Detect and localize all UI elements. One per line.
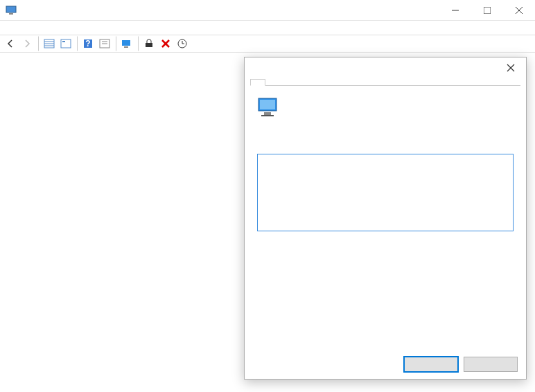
svg-rect-19 [146, 43, 152, 47]
separator [115, 36, 116, 51]
dialog-body [245, 86, 526, 243]
svg-rect-27 [264, 112, 271, 115]
menubar [0, 21, 535, 35]
svg-rect-17 [122, 40, 130, 46]
properties-dialog [244, 57, 527, 380]
enable-button[interactable] [141, 36, 157, 51]
separator [76, 36, 78, 51]
minimize-button[interactable] [439, 0, 471, 21]
dialog-close-button[interactable] [498, 58, 523, 78]
tab-details[interactable] [281, 79, 296, 86]
svg-rect-18 [124, 46, 128, 48]
scan-button[interactable] [119, 36, 134, 51]
svg-rect-1 [9, 13, 13, 15]
svg-rect-26 [260, 100, 275, 109]
svg-rect-0 [6, 6, 16, 12]
ok-button[interactable] [404, 357, 458, 372]
separator [37, 36, 39, 51]
app-icon [6, 5, 17, 16]
device-icon [257, 96, 279, 118]
svg-rect-11 [62, 41, 65, 42]
tab-resources[interactable] [311, 79, 326, 86]
toolbar: ? [0, 35, 535, 53]
tab-general[interactable] [250, 79, 265, 86]
close-button[interactable] [503, 0, 535, 21]
maximize-button[interactable] [471, 0, 503, 21]
cancel-button[interactable] [464, 357, 518, 372]
dialog-titlebar [245, 57, 526, 78]
help-button[interactable]: ? [80, 36, 96, 51]
svg-rect-3 [484, 7, 491, 14]
details-button[interactable] [97, 36, 112, 51]
tab-events[interactable] [296, 79, 311, 86]
svg-rect-10 [61, 39, 71, 48]
back-button[interactable] [3, 36, 18, 51]
show-hidden-button[interactable] [42, 36, 57, 51]
titlebar [0, 0, 535, 21]
tab-driver[interactable] [265, 79, 281, 86]
device-status-textarea[interactable] [257, 154, 514, 231]
properties-button[interactable] [58, 36, 73, 51]
separator [137, 36, 139, 51]
svg-text:?: ? [85, 39, 90, 48]
dialog-tabs [250, 78, 520, 86]
uninstall-button[interactable] [158, 36, 173, 51]
forward-button[interactable] [19, 36, 35, 51]
update-driver-button[interactable] [175, 36, 190, 51]
svg-rect-28 [261, 115, 274, 116]
